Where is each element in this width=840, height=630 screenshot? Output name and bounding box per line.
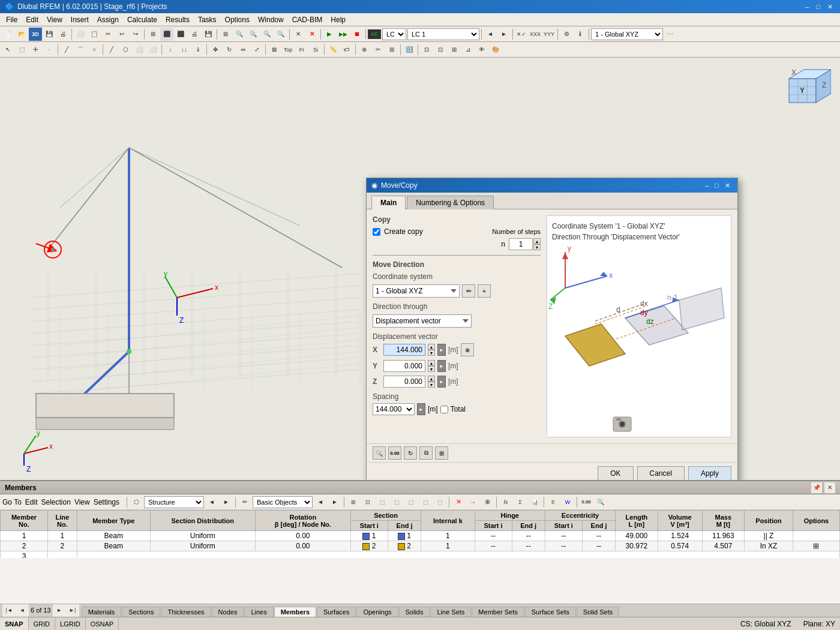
panel-tb4[interactable]: ⬚ — [390, 496, 403, 509]
tb2-snap2[interactable]: ⊡ — [434, 43, 447, 56]
tb2-connect[interactable]: ⊞ — [385, 43, 398, 56]
panel-next2-btn[interactable]: ► — [328, 496, 341, 509]
table-row[interactable]: 1 1 Beam Uniform 0.00 1 1 1 -- -- -- -- … — [1, 531, 840, 541]
panel-sum-btn[interactable]: Σ — [514, 496, 527, 509]
n-up-btn[interactable]: ▲ — [533, 238, 541, 244]
y-up[interactable]: ▲ — [428, 360, 435, 366]
menu-insert[interactable]: Insert — [67, 14, 92, 25]
tb-prev-lc[interactable]: ◄ — [484, 28, 497, 41]
prev-page-btn[interactable]: ◄ — [16, 604, 29, 617]
tb2-scale[interactable]: ⤢ — [250, 43, 263, 56]
tb-zoom-all[interactable]: ⊞ — [219, 28, 232, 41]
tb2-grid[interactable]: ⊞ — [448, 43, 461, 56]
panel-tb6[interactable]: ⬚ — [419, 496, 432, 509]
panel-tb5[interactable]: ⬚ — [404, 496, 418, 509]
tb2-surf2[interactable]: ⬜ — [146, 43, 160, 56]
tb2-color[interactable]: 🎨 — [489, 43, 502, 56]
minimize-btn[interactable]: – — [803, 3, 811, 11]
close-btn[interactable]: ✕ — [825, 3, 835, 11]
panel-close-btn[interactable]: ✕ — [824, 482, 835, 493]
table-row[interactable]: 2 2 Beam Uniform 0.00 2 2 1 -- -- -- -- … — [1, 541, 840, 551]
tab-surfaces[interactable]: Surfaces — [317, 607, 356, 617]
tb-vp2[interactable]: ⬛ — [174, 28, 187, 41]
tb-zoom-p[interactable]: 🔍 — [274, 28, 287, 41]
tb-save2[interactable]: 💾 — [202, 28, 215, 41]
tb2-line[interactable]: ╱ — [60, 43, 73, 56]
coord-system-select[interactable]: 1 - Global XYZ — [591, 28, 663, 40]
spacing-arrow-btn[interactable]: ► — [417, 403, 425, 415]
tb-table[interactable]: ⊞ — [146, 28, 160, 41]
panel-prev-btn[interactable]: ◄ — [205, 496, 218, 509]
tb-open[interactable]: 📂 — [15, 28, 28, 41]
menu-cad[interactable]: CAD-BIM — [289, 14, 326, 25]
panel-word-btn[interactable]: W — [561, 496, 574, 509]
tb-3d[interactable]: 3D — [29, 28, 42, 41]
orientation-cube[interactable]: Y X Z — [783, 67, 831, 115]
tb-print2[interactable]: 🖨 — [188, 28, 201, 41]
status-grid[interactable]: GRID — [29, 617, 56, 630]
tb-copy-s[interactable]: ⬜ — [74, 28, 87, 41]
tb2-rotate[interactable]: ↻ — [223, 43, 236, 56]
tb2-poly[interactable]: ⬡ — [119, 43, 132, 56]
tb2-front[interactable]: Fr — [295, 43, 308, 56]
x-up[interactable]: ▲ — [428, 344, 435, 350]
apply-button[interactable]: Apply — [688, 466, 731, 481]
dlg-paste-btn[interactable]: ⊞ — [435, 446, 448, 460]
restore-btn[interactable]: □ — [814, 3, 823, 11]
x-down[interactable]: ▼ — [428, 350, 435, 356]
menu-edit[interactable]: Edit — [22, 14, 42, 25]
tb-zoom-out[interactable]: 🔍 — [247, 28, 260, 41]
tb2-load[interactable]: ↓ — [164, 43, 177, 56]
status-osnap[interactable]: OSNAP — [86, 617, 119, 630]
tab-members[interactable]: Members — [274, 607, 316, 617]
x-arrow-btn[interactable]: ► — [437, 344, 446, 356]
tb2-cursor[interactable]: ↖ — [1, 43, 14, 56]
tb-run[interactable]: ▶ — [323, 28, 336, 41]
tab-member-sets[interactable]: Member Sets — [472, 607, 524, 617]
tab-materials[interactable]: Materials — [82, 607, 122, 617]
tb-paste[interactable]: 📋 — [88, 28, 101, 41]
tb-info[interactable]: ℹ — [574, 28, 587, 41]
tb-r3[interactable]: YYY — [542, 28, 556, 41]
tb-cut[interactable]: ✂ — [101, 28, 115, 41]
coord-system-combo[interactable]: 1 - Global XYZ — [373, 284, 460, 298]
tab-solid-sets[interactable]: Solid Sets — [577, 607, 620, 617]
tab-numbering[interactable]: Numbering & Options — [407, 196, 494, 209]
dialog-min-btn[interactable]: – — [703, 179, 711, 191]
tb2-measure[interactable]: 📏 — [326, 43, 340, 56]
tb2-vis[interactable]: 👁 — [475, 43, 488, 56]
dlg-copy-btn[interactable]: ⧉ — [419, 446, 433, 460]
z-arrow-btn[interactable]: ► — [437, 376, 446, 388]
tb2-circ[interactable]: ○ — [88, 43, 101, 56]
tb2-select[interactable]: ⬚ — [15, 43, 28, 56]
tb2-mirror[interactable]: ⇔ — [236, 43, 250, 56]
tb2-renumber[interactable]: 🔢 — [403, 43, 416, 56]
panel-00-btn[interactable]: 0.00 — [580, 496, 593, 509]
structure-combo[interactable]: Structure — [144, 496, 204, 508]
menu-window[interactable]: Window — [254, 14, 287, 25]
tab-line-sets[interactable]: Line Sets — [430, 607, 471, 617]
z-down[interactable]: ▼ — [428, 382, 435, 388]
coord-edit-btn[interactable]: ✏ — [462, 284, 475, 298]
tb2-member[interactable]: ╱ — [105, 43, 118, 56]
tb2-proj[interactable]: ⊠ — [268, 43, 281, 56]
menu-assign[interactable]: Assign — [94, 14, 122, 25]
x-input[interactable] — [383, 344, 425, 356]
next-page-btn[interactable]: ► — [53, 604, 66, 617]
tb-undo[interactable]: ↩ — [115, 28, 128, 41]
tb2-load2[interactable]: ↓↓ — [178, 43, 191, 56]
tb2-split[interactable]: ✂ — [371, 43, 385, 56]
tb2-move[interactable]: ✥ — [209, 43, 222, 56]
tb-print[interactable]: 🖨 — [56, 28, 70, 41]
tab-solids[interactable]: Solids — [399, 607, 430, 617]
total-checkbox[interactable] — [440, 406, 448, 413]
tb-zoom-w[interactable]: 🔍 — [260, 28, 274, 41]
tb2-surf[interactable]: ⬜ — [133, 43, 146, 56]
tb2-node[interactable]: · — [43, 43, 56, 56]
panel-tb3[interactable]: ⬚ — [376, 496, 389, 509]
first-page-btn[interactable]: |◄ — [2, 604, 16, 617]
panel-pin-btn[interactable]: 📌 — [811, 482, 822, 493]
tb-save[interactable]: 💾 — [43, 28, 56, 41]
tb-next-lc[interactable]: ► — [497, 28, 511, 41]
create-copy-checkbox[interactable] — [373, 228, 380, 236]
